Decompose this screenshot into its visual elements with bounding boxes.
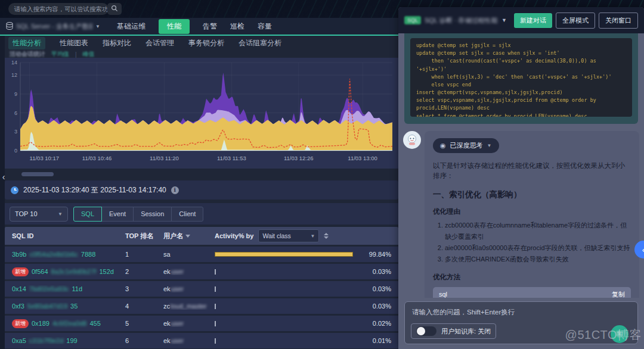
assistant-message: ◉ 已深度思考 ▼ 以下是针对该存储过程的性能优化建议，按照优化效果从大到小排序… (398, 131, 644, 298)
assistant-message-bubble: ◉ 已深度思考 ▼ 以下是针对该存储过程的性能优化建议，按照优化效果从大到小排序… (425, 131, 639, 298)
tab-performance[interactable]: 性能 (159, 19, 190, 34)
sql-id-redacted: c31b7f9e2d (29, 337, 64, 344)
table-row[interactable]: 新增0x1894c6f2ea0d8455 5 ekuser 0.02% (5, 316, 398, 331)
robot-face-icon (405, 133, 419, 147)
brain-icon: ◉ (440, 142, 446, 149)
activity-bar-cell (215, 252, 353, 257)
svg-text:11/03 10:46: 11/03 10:46 (82, 155, 112, 161)
chevron-down-icon: ▼ (95, 24, 100, 29)
table-row[interactable]: 0x147bd02e5a93c11d 3 ekuser 0.03% (5, 281, 398, 297)
sql-id-link[interactable]: 0xa5 (12, 337, 26, 344)
peak-link[interactable]: 峰值 (83, 50, 95, 58)
reason-title: 优化理由 (433, 207, 631, 216)
reason-list: zcb00000表存在columnname和tablename字段的过滤条件，但… (436, 220, 631, 266)
close-window-button[interactable]: 关闭窗口 (599, 13, 638, 29)
sql-id-link[interactable]: 0xf3 (12, 303, 24, 310)
tab-capacity[interactable]: 容量 (258, 21, 272, 32)
mode-session-button[interactable]: Session (133, 207, 172, 222)
chat-message-list[interactable]: update @ctemp set jgsjlx = sjlx update @… (398, 33, 644, 298)
filter-icon[interactable] (185, 235, 190, 238)
activity-bar (215, 269, 216, 275)
table-row[interactable]: 0xa5c31b7f9e2d199 6 ekuser 0.01% (5, 333, 398, 348)
database-name: SQL Server - 业务生产数据库实例 01 (16, 22, 92, 31)
user-cell: zc (163, 303, 170, 310)
user-cell: sa (163, 251, 171, 258)
table-row[interactable]: 新增0f5648a3c1e9d0b27f152d 2 ekuser 0.03% (5, 264, 398, 279)
subtab-session-manage[interactable]: 会话管理 (145, 38, 174, 48)
rank-cell: 2 (125, 268, 163, 275)
knowledge-base-control: 用户知识库: 关闭 (411, 323, 496, 339)
chart-mini-toolbar: 活动会话统计 平均值 | 峰值 (10, 50, 95, 58)
rank-cell: 4 (125, 303, 163, 310)
percent-cell: 0.02% (353, 320, 391, 327)
sql-id-redacted: c0f54a2e8d1b6c (29, 251, 78, 258)
deep-thought-toggle[interactable]: ◉ 已深度思考 ▼ (433, 138, 499, 153)
mode-event-button[interactable]: Event (101, 207, 134, 222)
search-input[interactable]: 请输入搜索内容，可以尝试搜索功能 (8, 3, 109, 15)
clock-icon (11, 186, 18, 194)
dimension-switcher: SQL Event Session Client (74, 207, 203, 222)
svg-text:11/03 13:00: 11/03 13:00 (348, 155, 377, 161)
time-range-text: 2025-11-03 13:29:40 至 2025-11-03 14:17:4… (23, 185, 166, 195)
reason-item: aie00000和a0s00000表存在procid字段的关联，但缺乏索引支持 (445, 242, 631, 254)
section-heading: 一、索引优化（高影响） (433, 189, 631, 200)
top-sql-table: SQL ID TOP 排名 用户名 Activity% by Wait clas… (5, 227, 398, 349)
search-button[interactable] (107, 3, 122, 15)
sql-id-redacted: 4c6f2ea0d8 (52, 320, 87, 327)
new-badge: 新增 (12, 267, 29, 276)
col-rank: TOP 排名 (125, 232, 163, 241)
tab-inspection[interactable]: 巡检 (230, 21, 244, 32)
user-cell: ek (163, 285, 171, 292)
user-redacted: user (171, 268, 184, 275)
tab-basic-ops[interactable]: 基础运维 (117, 21, 145, 32)
sql-id-link[interactable]: 0x189 (32, 320, 49, 327)
fullscreen-button[interactable]: 全屏模式 (556, 13, 595, 29)
subtab-lock-analysis[interactable]: 事务锁分析 (188, 38, 224, 48)
sql-id-link[interactable]: 0f564 (32, 268, 48, 275)
knowledge-base-toggle[interactable] (416, 326, 436, 336)
top-n-select[interactable]: TOP 10 ▼ (10, 207, 68, 222)
sql-id-link[interactable]: 3b9b (12, 251, 26, 258)
activity-bar-cell (215, 304, 353, 309)
mode-client-button[interactable]: Client (171, 207, 203, 222)
activity-bar-cell (215, 321, 353, 326)
global-search-row: 请输入搜索内容，可以尝试搜索功能 (0, 0, 398, 18)
database-icon (6, 22, 13, 31)
chevron-down-icon: ▼ (311, 233, 315, 239)
divider: | (75, 51, 77, 58)
col-user-label: 用户名 (163, 232, 183, 241)
wait-class-select[interactable]: Wait class ▼ (258, 229, 319, 242)
subtab-performance-charts[interactable]: 性能图表 (60, 38, 88, 48)
chevron-down-icon[interactable]: ▼ (501, 17, 507, 23)
chevron-down-icon: ▼ (58, 211, 63, 217)
svg-text:14: 14 (11, 60, 17, 66)
activity-bar (215, 286, 216, 292)
new-chat-button[interactable]: 新建对话 (514, 13, 552, 28)
sort-icon[interactable] (324, 233, 329, 239)
mode-sql-button[interactable]: SQL (73, 207, 102, 222)
active-sessions-chart[interactable]: 0369121411/03 10:1711/03 10:4611/03 11:2… (5, 58, 398, 169)
user-cell: ek (163, 337, 171, 344)
svg-text:11/03 11:53: 11/03 11:53 (217, 155, 246, 161)
tab-alerts[interactable]: 告警 (203, 21, 217, 32)
subtab-performance-analysis[interactable]: 性能分析 (8, 37, 45, 49)
subtab-metric-compare[interactable]: 指标对比 (103, 38, 131, 48)
wait-class-value: Wait class (262, 232, 290, 239)
table-row[interactable]: 3b9bc0f54a2e8d1b6c7888 1 sa 99.84% (5, 247, 398, 262)
activity-bar (215, 321, 216, 326)
assistant-intro-text: 以下是针对该存储过程的性能优化建议，按照优化效果从大到小排序： (433, 161, 631, 182)
sql-id-suffix: 199 (66, 337, 77, 344)
chart-horizontal-scrollbar[interactable] (21, 172, 54, 176)
sql-id-redacted: 8a3c1e9d0b27f (51, 268, 97, 275)
avg-link[interactable]: 平均值 (51, 50, 69, 58)
code-language-label: sql (439, 291, 447, 298)
copy-code-button[interactable]: 复制 (612, 290, 625, 298)
info-icon[interactable]: i (171, 186, 179, 194)
subtab-block-analysis[interactable]: 会话阻塞分析 (239, 38, 281, 48)
database-selector[interactable]: SQL Server - 业务生产数据库实例 01 ▼ (6, 22, 100, 31)
watermark: 客 @51CTO博客 (540, 324, 642, 344)
sql-id-redacted: 7bd02e5a93c (29, 285, 69, 292)
sql-id-link[interactable]: 0x14 (12, 285, 26, 292)
chat-session-title: SQL 诊断 · 存储过程性能优化分析 (425, 16, 498, 25)
table-row[interactable]: 0xf35e80ab47d1935 4 zcloud_master 0.03% (5, 298, 398, 314)
